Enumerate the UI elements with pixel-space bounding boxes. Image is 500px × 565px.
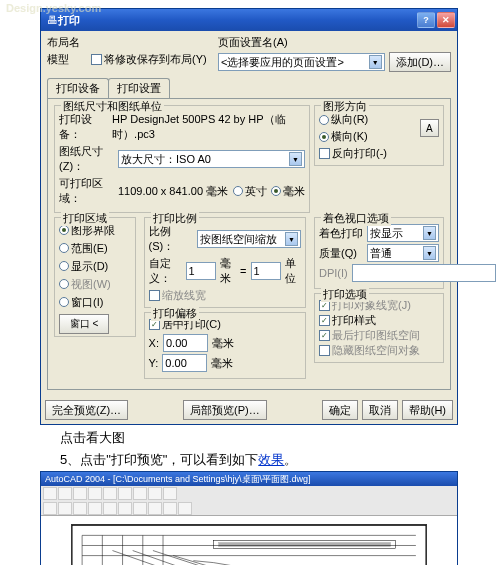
toolbar-btn[interactable] — [43, 487, 57, 500]
unit-mm-radio[interactable]: 毫米 — [271, 184, 305, 199]
cancel-button[interactable]: 取消 — [362, 400, 398, 420]
scale-v1-input[interactable] — [186, 262, 216, 280]
window-radio[interactable]: 窗口(I) — [59, 295, 103, 310]
model-label: 模型 — [47, 52, 87, 67]
orient-group: 图形方向 纵向(R) 横向(K) A 反向打印(-) — [314, 105, 444, 166]
print-dialog: Design.yesky.com 🖶 打印 ? ✕ 布局名 模型 将修改保存到布… — [40, 8, 458, 425]
shade-group: 着色视口选项 着色打印按显示▼ 质量(Q)普通▼ DPI(I) — [314, 217, 444, 289]
cad-toolbar — [41, 486, 457, 516]
landscape-radio[interactable]: 横向(K) — [319, 129, 368, 144]
display-radio[interactable]: 显示(D) — [59, 259, 108, 274]
toolbar-btn[interactable] — [103, 487, 117, 500]
print-icon: 🖶 — [47, 14, 58, 26]
options-group: 打印选项 ✓打印对象线宽(J) ✓打印样式 ✓最后打印图纸空间 隐藏图纸空间对象 — [314, 293, 444, 363]
cad-titlebar: AutoCAD 2004 - [C:\Documents and Setting… — [41, 472, 457, 486]
pageset-label: 页面设置名(A) — [218, 35, 451, 50]
toolbar-btn[interactable] — [73, 487, 87, 500]
toolbar-btn[interactable] — [118, 502, 132, 515]
chevron-down-icon: ▼ — [285, 232, 298, 246]
partial-preview-button[interactable]: 局部预览(P)… — [183, 400, 267, 420]
caption-step5: 5、点击"打印预览"，可以看到如下效果。 — [60, 451, 460, 469]
tabs: 打印设备 打印设置 — [47, 78, 451, 98]
toolbar-btn[interactable] — [163, 487, 177, 500]
svg-rect-21 — [219, 542, 391, 546]
full-preview-button[interactable]: 完全预览(Z)… — [45, 400, 128, 420]
reverse-checkbox[interactable]: 反向打印(-) — [319, 146, 387, 161]
opt-hide-chk: 隐藏图纸空间对象 — [319, 343, 420, 358]
view-radio: 视图(W) — [59, 277, 111, 292]
effect-link[interactable]: 效果 — [258, 452, 284, 467]
chevron-down-icon: ▼ — [289, 152, 302, 166]
scale-combo[interactable]: 按图纸空间缩放▼ — [197, 230, 301, 248]
tab-settings[interactable]: 打印设置 — [108, 78, 170, 98]
offset-y-input[interactable] — [162, 354, 207, 372]
printable-area: 1109.00 x 841.00 毫米 — [118, 184, 229, 199]
tab-device[interactable]: 打印设备 — [47, 78, 109, 98]
titlebar: 🖶 打印 ? ✕ — [41, 9, 457, 31]
dpi-input — [352, 264, 496, 282]
offset-group: 打印偏移 ✓居中打印(C) X:毫米 Y:毫米 — [144, 312, 306, 379]
toolbar-btn[interactable] — [133, 487, 147, 500]
toolbar-btn[interactable] — [73, 502, 87, 515]
paper-size-combo[interactable]: 放大尺寸：ISO A0▼ — [118, 150, 305, 168]
chevron-down-icon: ▼ — [423, 246, 436, 260]
toolbar-btn[interactable] — [88, 502, 102, 515]
paper-group: 图纸尺寸和图纸单位 打印设备：HP DesignJet 500PS 42 by … — [54, 105, 310, 213]
extents-radio[interactable]: 范围(E) — [59, 241, 108, 256]
pageset-combo[interactable]: <选择要应用的页面设置>▼ — [218, 53, 385, 71]
cad-preview-window: AutoCAD 2004 - [C:\Documents and Setting… — [40, 471, 458, 565]
dialog-title: 打印 — [58, 13, 415, 28]
unit-inch-radio[interactable]: 英寸 — [233, 184, 267, 199]
region-group: 打印区域 图形界限 范围(E) 显示(D) 视图(W) 窗口(I) 窗口 < — [54, 217, 136, 337]
opt-style-chk[interactable]: ✓打印样式 — [319, 313, 376, 328]
caption-click: 点击看大图 — [60, 429, 460, 447]
button-bar: 完全预览(Z)… 局部预览(P)… 确定 取消 帮助(H) — [41, 396, 457, 424]
quality-combo[interactable]: 普通▼ — [367, 244, 439, 262]
device-value: HP DesignJet 500PS 42 by HP（临时）.pc3 — [112, 112, 305, 142]
toolbar-btn[interactable] — [148, 487, 162, 500]
toolbar-btn[interactable] — [58, 502, 72, 515]
cad-drawing-area[interactable] — [41, 516, 457, 565]
offset-x-input[interactable] — [163, 334, 208, 352]
layout-name-label: 布局名 — [47, 35, 212, 50]
help-button[interactable]: ? — [417, 12, 435, 28]
scale-v2-input[interactable] — [251, 262, 281, 280]
toolbar-btn[interactable] — [103, 502, 117, 515]
opt-last-chk: ✓最后打印图纸空间 — [319, 328, 420, 343]
drawing-svg — [72, 525, 426, 565]
close-button[interactable]: ✕ — [437, 12, 455, 28]
shade-mode-combo[interactable]: 按显示▼ — [367, 224, 439, 242]
toolbar-btn[interactable] — [163, 502, 177, 515]
toolbar-btn[interactable] — [118, 487, 132, 500]
toolbar-btn[interactable] — [178, 502, 192, 515]
chevron-down-icon: ▼ — [423, 226, 436, 240]
help-button[interactable]: 帮助(H) — [402, 400, 453, 420]
toolbar-btn[interactable] — [133, 502, 147, 515]
scale-group: 打印比例 比例(S)：按图纸空间缩放▼ 自定义： 毫米 = 单位 缩放线宽 — [144, 217, 306, 308]
scale-lineweight-chk: 缩放线宽 — [149, 288, 206, 303]
add-button[interactable]: 添加(D)… — [389, 52, 451, 72]
window-pick-button[interactable]: 窗口 < — [59, 314, 109, 334]
toolbar-btn[interactable] — [88, 487, 102, 500]
portrait-radio[interactable]: 纵向(R) — [319, 112, 368, 127]
orient-preview-icon[interactable]: A — [420, 119, 439, 137]
chevron-down-icon: ▼ — [369, 55, 382, 69]
ok-button[interactable]: 确定 — [322, 400, 358, 420]
save-layout-checkbox[interactable]: 将修改保存到布局(Y) — [91, 52, 207, 67]
toolbar-btn[interactable] — [58, 487, 72, 500]
toolbar-btn[interactable] — [148, 502, 162, 515]
toolbar-btn[interactable] — [43, 502, 57, 515]
